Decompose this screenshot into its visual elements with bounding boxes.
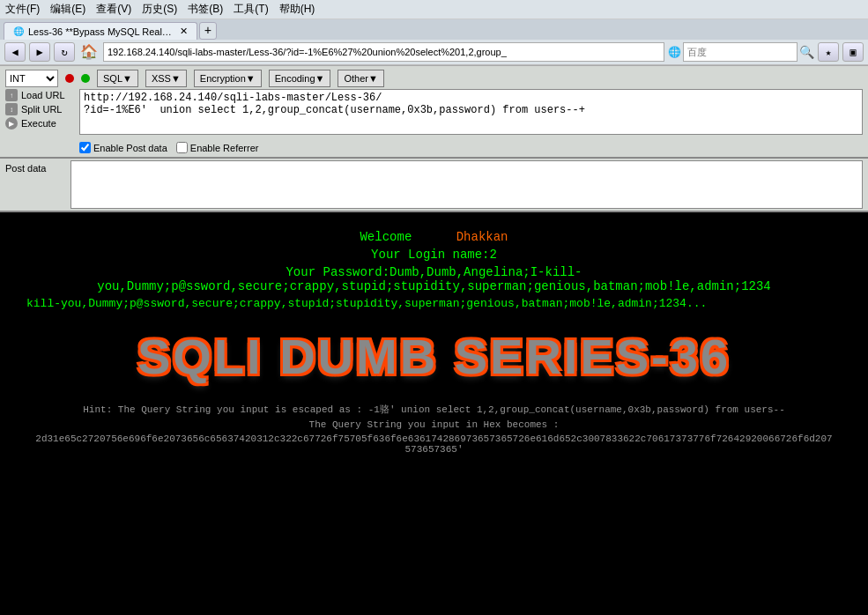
hint-line-1: Hint: The Query String you input is esca… bbox=[35, 403, 833, 416]
menu-bar: 文件(F) 编辑(E) 查看(V) 历史(S) 书签(B) 工具(T) 帮助(H… bbox=[0, 0, 868, 19]
menu-view[interactable]: 查看(V) bbox=[96, 2, 131, 17]
welcome-name: Dhakkan bbox=[456, 230, 508, 244]
hackbar-url-input[interactable] bbox=[79, 89, 863, 135]
hackbar-toolbar: INT SQL▼ XSS▼ Encryption▼ Encoding▼ Othe… bbox=[5, 70, 863, 87]
sqli-title: SQLI DUMB SERIES-36 bbox=[18, 328, 850, 385]
enable-referrer-label[interactable]: Enable Referrer bbox=[176, 142, 259, 153]
hackbar-url-area bbox=[79, 89, 863, 139]
enable-post-checkbox[interactable] bbox=[79, 142, 91, 153]
hackbar-options: Enable Post data Enable Referrer bbox=[5, 139, 863, 153]
browser-tab[interactable]: 🌐 Less-36 **Bypass MySQL Real Escape ···… bbox=[4, 22, 197, 40]
nav-extra-icon[interactable]: ▣ bbox=[842, 42, 864, 62]
enable-referrer-checkbox[interactable] bbox=[176, 142, 188, 153]
refresh-button[interactable]: ↻ bbox=[54, 42, 75, 62]
hackbar: INT SQL▼ XSS▼ Encryption▼ Encoding▼ Othe… bbox=[0, 66, 868, 159]
split-url-label: Split URL bbox=[21, 104, 62, 115]
hint-line-3: 2d31e65c2720756e696f6e2073656c6563742031… bbox=[35, 433, 833, 455]
load-url-icon: ↑ bbox=[5, 89, 18, 101]
execute-item[interactable]: ▶ Execute bbox=[5, 117, 76, 130]
encryption-menu-button[interactable]: Encryption▼ bbox=[194, 70, 262, 87]
menu-tools[interactable]: 工具(T) bbox=[234, 2, 268, 17]
post-data-input[interactable] bbox=[70, 160, 863, 209]
split-url-item[interactable]: ↕ Split URL bbox=[5, 103, 76, 115]
login-name-line: Your Login name:2 bbox=[18, 248, 850, 262]
passwords-overflow: kill-you,Dummy;p@ssword,secure;crappy,st… bbox=[18, 297, 850, 310]
load-url-item[interactable]: ↑ Load URL bbox=[5, 89, 76, 101]
back-button[interactable]: ◀ bbox=[4, 42, 26, 62]
page-content: Welcome Dhakkan Your Login name:2 Your P… bbox=[0, 212, 868, 547]
other-menu-button[interactable]: Other▼ bbox=[338, 70, 383, 87]
tab-icon: 🌐 bbox=[13, 26, 24, 36]
new-tab-button[interactable]: + bbox=[199, 22, 217, 40]
execute-icon: ▶ bbox=[5, 117, 18, 130]
menu-bookmarks[interactable]: 书签(B) bbox=[188, 2, 223, 17]
favicon-icon: 🌐 bbox=[668, 46, 681, 59]
execute-label: Execute bbox=[21, 118, 56, 129]
menu-history[interactable]: 历史(S) bbox=[142, 2, 177, 17]
password-line: Your Password:Dumb,Dumb,Angelina;I-kill-… bbox=[18, 265, 850, 293]
welcome-text: Welcome bbox=[360, 230, 412, 244]
welcome-line: Welcome Dhakkan bbox=[18, 230, 850, 244]
encoding-menu-button[interactable]: Encoding▼ bbox=[269, 70, 331, 87]
menu-help[interactable]: 帮助(H) bbox=[279, 2, 315, 17]
xss-menu-button[interactable]: XSS▼ bbox=[145, 70, 187, 87]
menu-file[interactable]: 文件(F) bbox=[5, 2, 40, 17]
dot-green bbox=[81, 74, 90, 83]
tab-label: Less-36 **Bypass MySQL Real Escape ··· bbox=[28, 26, 172, 37]
split-url-icon: ↕ bbox=[5, 103, 18, 115]
load-url-label: Load URL bbox=[21, 90, 65, 100]
tab-close-icon[interactable]: ✕ bbox=[180, 26, 188, 37]
nav-bar: ◀ ▶ ↻ 🏠 🌐 🔍 ★ ▣ bbox=[0, 40, 868, 65]
dot-red bbox=[65, 74, 74, 83]
hackbar-main: ↑ Load URL ↕ Split URL ▶ Execute bbox=[5, 89, 863, 139]
post-data-section: Post data bbox=[0, 159, 868, 212]
menu-edit[interactable]: 编辑(E) bbox=[50, 2, 85, 17]
hackbar-side-panel: ↑ Load URL ↕ Split URL ▶ Execute bbox=[5, 89, 76, 139]
search-box[interactable] bbox=[683, 42, 798, 62]
post-data-label: Post data bbox=[5, 160, 67, 174]
forward-button[interactable]: ▶ bbox=[29, 42, 50, 62]
home-icon[interactable]: 🏠 bbox=[78, 42, 100, 62]
hint-section: Hint: The Query String you input is esca… bbox=[18, 403, 850, 455]
bookmark-icon[interactable]: ★ bbox=[818, 42, 839, 62]
sql-menu-button[interactable]: SQL▼ bbox=[97, 70, 138, 87]
address-bar[interactable] bbox=[103, 42, 664, 62]
hint-line-2: The Query String you input in Hex become… bbox=[35, 419, 833, 430]
tab-bar: 🌐 Less-36 **Bypass MySQL Real Escape ···… bbox=[0, 19, 868, 40]
browser-chrome: 文件(F) 编辑(E) 查看(V) 历史(S) 书签(B) 工具(T) 帮助(H… bbox=[0, 0, 868, 66]
search-icon[interactable]: 🔍 bbox=[799, 45, 814, 60]
hackbar-type-select[interactable]: INT bbox=[5, 70, 58, 87]
enable-post-label[interactable]: Enable Post data bbox=[79, 142, 167, 153]
